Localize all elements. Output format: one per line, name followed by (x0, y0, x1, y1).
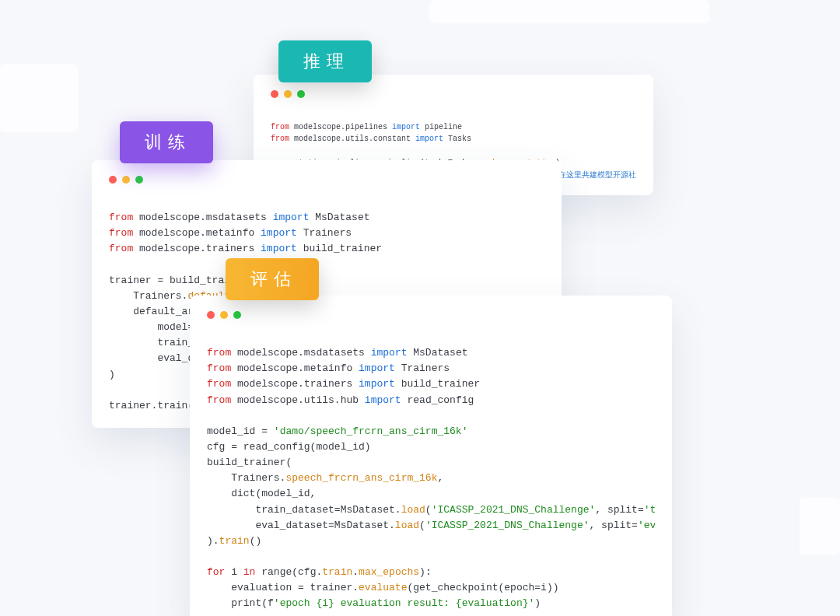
code-token: 'train' (644, 504, 655, 516)
code-token: modelscope.pipelines (289, 123, 392, 131)
code-token: from (271, 135, 289, 143)
code-token: pipeline (420, 123, 462, 131)
code-token: from (207, 347, 231, 359)
code-token: ( (425, 504, 432, 516)
close-icon (207, 311, 215, 319)
code-token: load (395, 520, 419, 531)
code-token: build_trainer (395, 378, 480, 390)
code-token: modelscope.utils.hub (231, 394, 365, 406)
code-token: from (207, 362, 231, 374)
tag-training: 训练 (120, 121, 213, 163)
code-token: from (109, 212, 133, 223)
code-token: i (225, 566, 243, 578)
code-token: Tasks (443, 135, 471, 143)
tag-inference: 推理 (278, 40, 372, 82)
code-token: cfg = read_config(model_id) (207, 441, 371, 453)
code-token: modelscope.utils.constant (289, 135, 415, 143)
code-token: range(cfg. (255, 566, 322, 578)
bg-decor-br (800, 498, 840, 555)
code-token: , split= (595, 504, 643, 516)
code-token: Trainers (297, 227, 352, 239)
code-token: max_epochs (359, 566, 419, 578)
code-token: Trainers. (109, 290, 187, 302)
window-traffic-lights (207, 311, 655, 319)
code-token: Trainers (395, 362, 450, 374)
code-token: ). (207, 535, 219, 547)
code-token: read_config (401, 394, 474, 406)
code-token: import (392, 123, 420, 131)
window-traffic-lights (271, 90, 636, 98)
code-token: 'ICASSP_2021_DNS_Challenge' (432, 504, 596, 516)
code-token: 'epoch {i} evaluation result: {evaluatio… (274, 597, 534, 609)
bg-decor-tl (0, 64, 78, 132)
code-token: , (437, 472, 443, 484)
code-token: in (243, 566, 256, 578)
zoom-icon (233, 311, 241, 319)
code-token: model= (109, 321, 194, 333)
code-token: MsDataset (309, 212, 369, 223)
code-token: modelscope.msdatasets (133, 212, 272, 223)
code-token: import (371, 347, 408, 359)
code-token: ) (109, 369, 115, 380)
code-token: evaluate (359, 582, 407, 593)
code-token: from (207, 378, 231, 390)
code-token: modelscope.metainfo (231, 362, 359, 374)
code-token: (get_checkpoint(epoch=i)) (407, 582, 558, 593)
code-token: build_trainer (297, 243, 382, 254)
bg-decor-tc (429, 0, 709, 23)
code-token: load (401, 504, 425, 516)
code-token: . (352, 566, 359, 578)
zoom-icon (297, 90, 305, 98)
code-token: 'damo/speech_frcrn_ans_cirm_16k' (274, 425, 468, 437)
code-token: import (365, 394, 401, 406)
code-token: train_ (109, 337, 194, 348)
code-token: for (207, 566, 225, 578)
code-token: evaluation = trainer. (207, 582, 359, 593)
code-token: modelscope.msdatasets (231, 347, 370, 359)
code-token: 'ICASSP_2021_DNS_Challenge' (425, 520, 590, 531)
code-token: MsDataset (407, 347, 467, 359)
code-token: modelscope.metainfo (133, 227, 261, 239)
code-token: import (415, 135, 443, 143)
code-token: ) (534, 597, 541, 609)
code-token: Trainers. (207, 472, 285, 484)
zoom-icon (135, 176, 143, 184)
code-token: import (261, 243, 297, 254)
code-token: () (250, 535, 262, 547)
minimize-icon (284, 90, 292, 98)
code-token: model_id = (207, 425, 274, 437)
code-token: ): (419, 566, 432, 578)
close-icon (109, 176, 117, 184)
code-token: modelscope.trainers (231, 378, 359, 390)
code-token: train (219, 535, 250, 547)
code-token: print(f (207, 597, 274, 609)
code-token: import (273, 212, 310, 223)
code-token: , split= (590, 520, 638, 531)
code-token: import (359, 362, 395, 374)
code-token: dict(model_id, (207, 488, 316, 499)
code-token: from (109, 227, 133, 239)
code-block-evaluation: from modelscope.msdatasets import MsData… (207, 330, 655, 612)
code-token: from (271, 123, 289, 131)
close-icon (271, 90, 278, 98)
code-token: import (261, 227, 297, 239)
code-token: train_dataset=MsDataset. (207, 504, 401, 516)
code-token: modelscope.trainers (133, 243, 261, 254)
code-token: build_trainer( (207, 457, 292, 468)
code-card-evaluation: from modelscope.msdatasets import MsData… (190, 296, 672, 616)
code-token: import (359, 378, 395, 390)
code-token: train (322, 566, 352, 578)
code-token: from (109, 243, 133, 254)
code-token: eval_dataset=MsDataset. (207, 520, 395, 531)
minimize-icon (220, 311, 228, 319)
code-token: from (207, 394, 231, 406)
minimize-icon (122, 176, 130, 184)
window-traffic-lights (109, 176, 544, 184)
code-token: speech_frcrn_ans_cirm_16k (285, 472, 437, 484)
code-token: trainer.train( (109, 400, 194, 411)
code-token: 'evaluation (638, 520, 655, 531)
tag-evaluation: 评估 (226, 258, 319, 300)
code-token: eval_d (109, 352, 194, 364)
code-token: ( (419, 520, 425, 531)
